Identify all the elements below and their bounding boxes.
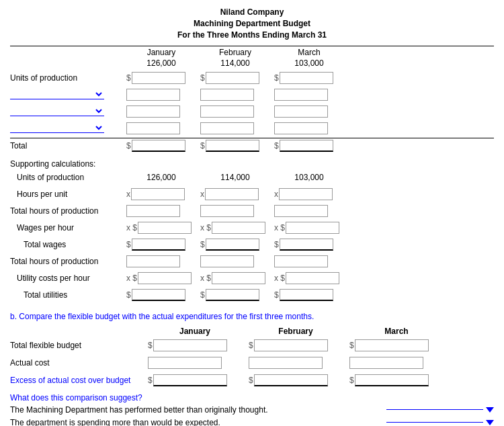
comparison-question: What does this comparison suggest? (10, 393, 494, 402)
blank1-jan-input[interactable] (126, 89, 180, 101)
supporting-header: Supporting calculations: (10, 159, 494, 169)
dropdown-row1-select[interactable] (10, 89, 104, 99)
report-header: Niland Company Machining Department Budg… (10, 7, 494, 40)
units-jan-input[interactable] (132, 72, 185, 84)
hours-per-unit-feb-input[interactable] (205, 188, 259, 200)
total-utilities-feb-input[interactable] (206, 289, 259, 301)
supp-units-row: Units of production 126,000 114,000 103,… (10, 170, 494, 185)
section-b-col-headers: January February March (144, 327, 494, 336)
units-feb-input[interactable] (206, 72, 259, 84)
report-title: Machining Department Budget (10, 18, 494, 30)
total-utilities-label: Total utilities (10, 290, 124, 300)
total-wages-jan-input[interactable] (132, 239, 185, 251)
utility-costs-jan-input[interactable] (138, 272, 192, 284)
excess-jan-input[interactable] (153, 374, 227, 386)
total-wages-label: Total wages (10, 240, 124, 249)
total-utilities-mar-input[interactable] (280, 289, 333, 301)
dropdown1-text: The Machining Department has performed b… (10, 405, 386, 415)
total-wages-feb-input[interactable] (206, 239, 259, 251)
dropdown2-text: The department is spending more than wou… (10, 418, 386, 426)
actual-cost-jan-input[interactable] (148, 357, 222, 369)
total-wages-row: Total wages $ $ $ (10, 237, 494, 252)
blank1-feb-input[interactable] (200, 89, 254, 101)
supp-units-jan-val: 126,000 (146, 173, 175, 182)
dropdown1-widget (386, 407, 494, 413)
dropdown-row3-select[interactable] (10, 123, 104, 133)
supp-units-feb-val: 114,000 (220, 173, 249, 182)
blank2-feb-input[interactable] (200, 105, 254, 118)
supp-units-mar-val: 103,000 (294, 173, 323, 182)
units-label: Units of production (10, 73, 124, 83)
company-name: Niland Company (10, 7, 494, 18)
units-feb-cell: $ (198, 72, 272, 84)
excess-feb-input[interactable] (254, 374, 328, 386)
flexible-budget-label: Total flexible budget (10, 341, 144, 350)
flex-budget-mar-input[interactable] (355, 339, 429, 351)
total-hours-label2: Total hours of production (10, 257, 124, 266)
total-utilities-jan-input[interactable] (132, 289, 185, 301)
wages-per-hour-label: Wages per hour (10, 223, 124, 232)
blank3-jan-input[interactable] (126, 122, 180, 134)
blank3-mar-input[interactable] (274, 122, 328, 134)
total-hours2-jan-input[interactable] (126, 255, 180, 267)
total-label: Total (10, 141, 124, 151)
mar-header: March 103,000 (272, 48, 346, 69)
section-b-description: b. Compare the flexible budget with the … (10, 312, 494, 321)
jan-header: January 126,000 (124, 48, 198, 69)
total-hours-label1: Total hours of production (10, 206, 124, 216)
actual-cost-mar-input[interactable] (349, 357, 423, 369)
report-period: For the Three Months Ending March 31 (10, 30, 494, 41)
total-wages-mar-input[interactable] (280, 239, 333, 251)
total-feb-input[interactable] (206, 140, 259, 152)
section-b: b. Compare the flexible budget with the … (10, 312, 494, 426)
feb-header: February 114,000 (198, 48, 272, 69)
blank-row-2 (10, 104, 494, 119)
wages-per-hour-feb-input[interactable] (212, 222, 265, 234)
wages-per-hour-mar-input[interactable] (286, 222, 339, 234)
actual-cost-row: Actual cost (10, 355, 494, 370)
blank2-mar-input[interactable] (274, 105, 328, 118)
flex-budget-jan-input[interactable] (153, 339, 227, 351)
total-utilities-row: Total utilities $ $ $ (10, 288, 494, 302)
total-hours-row2: Total hours of production (10, 254, 494, 269)
utility-costs-row: Utility costs per hour x $ x $ x $ (10, 271, 494, 286)
total-hours1-mar-input[interactable] (274, 205, 328, 217)
units-mar-input[interactable] (280, 72, 333, 84)
blank1-mar-input[interactable] (274, 89, 328, 101)
column-headers: January 126,000 February 114,000 March 1… (124, 48, 494, 69)
excess-cost-row: Excess of actual cost over budget $ $ $ (10, 373, 494, 388)
blank-row-1 (10, 87, 494, 102)
b-feb-header: February (245, 327, 346, 336)
hours-per-unit-row: Hours per unit x x x (10, 187, 494, 202)
wages-per-hour-jan-input[interactable] (138, 222, 192, 234)
utility-costs-feb-input[interactable] (212, 272, 265, 284)
dropdown-row-1: The Machining Department has performed b… (10, 405, 494, 415)
actual-cost-feb-input[interactable] (249, 357, 323, 369)
units-of-production-row: Units of production $ $ $ (10, 71, 494, 85)
dropdown2-widget (386, 420, 494, 425)
flex-budget-feb-input[interactable] (254, 339, 328, 351)
units-jan-cell: $ (124, 72, 198, 84)
hours-per-unit-jan-input[interactable] (131, 188, 185, 200)
total-hours1-feb-input[interactable] (200, 205, 254, 217)
hours-per-unit-mar-input[interactable] (279, 188, 333, 200)
blank3-feb-input[interactable] (200, 122, 254, 134)
hours-per-unit-label: Hours per unit (10, 189, 124, 199)
wages-per-hour-row: Wages per hour x $ x $ x $ (10, 220, 494, 235)
dropdown1-arrow-icon[interactable] (486, 407, 494, 413)
total-hours2-feb-input[interactable] (200, 255, 254, 267)
total-hours2-mar-input[interactable] (274, 255, 328, 267)
dropdown-row2-select[interactable] (10, 106, 104, 116)
total-row: Total $ $ $ (10, 138, 494, 153)
dropdown2-arrow-icon[interactable] (486, 420, 494, 425)
section-a: Units of production $ $ $ (10, 71, 494, 153)
excess-mar-input[interactable] (355, 374, 429, 386)
blank2-jan-input[interactable] (126, 105, 180, 118)
total-mar-input[interactable] (280, 140, 333, 152)
total-jan-input[interactable] (132, 140, 185, 152)
total-hours1-jan-input[interactable] (126, 205, 180, 217)
flexible-budget-row: Total flexible budget $ $ $ (10, 338, 494, 353)
utility-costs-mar-input[interactable] (286, 272, 339, 284)
dropdown-row-2: The department is spending more than wou… (10, 418, 494, 426)
dropdown1-line (386, 409, 483, 410)
